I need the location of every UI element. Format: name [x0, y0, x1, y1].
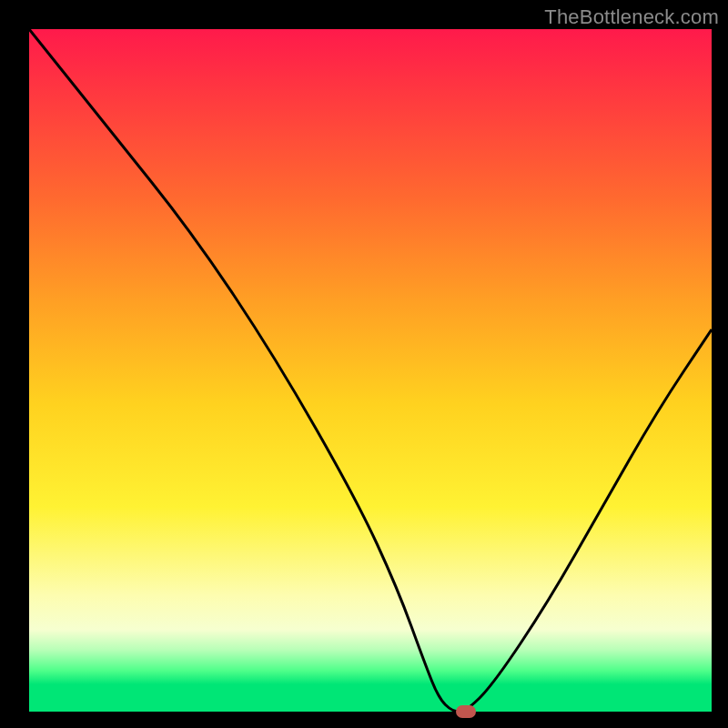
plot-area: [29, 29, 712, 712]
bottleneck-curve: [29, 29, 712, 712]
optimal-marker: [456, 705, 476, 718]
chart-frame: TheBottleneck.com: [0, 0, 728, 728]
watermark-text: TheBottleneck.com: [544, 5, 719, 29]
curve-path: [29, 29, 712, 712]
